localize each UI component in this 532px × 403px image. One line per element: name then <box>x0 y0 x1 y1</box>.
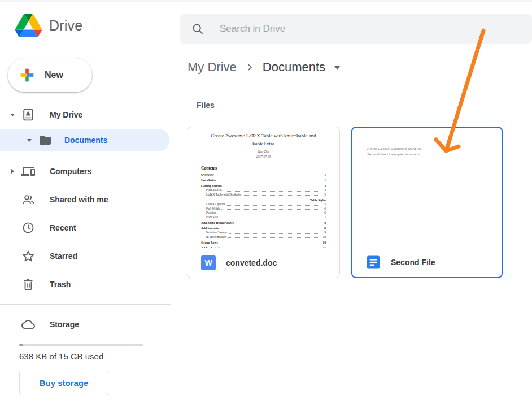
app-header: Drive <box>0 3 532 51</box>
file-card-second-file[interactable]: A new Google Document word file. Second … <box>351 127 503 278</box>
toc-row: LaTeX Options5 <box>201 203 326 206</box>
toc-row: Add Extra Header Rows8 <box>201 222 326 225</box>
storage-progress-bar <box>19 344 143 346</box>
toc-row: Font Size7 <box>201 216 326 219</box>
preview-contents-heading: Contents <box>201 166 339 171</box>
sidebar-item-documents[interactable]: Documents <box>0 129 169 151</box>
storage-progress-fill <box>19 344 23 346</box>
search-bar[interactable] <box>180 14 532 44</box>
toc-row: Installation1 <box>201 179 326 183</box>
sidebar-item-label: Documents <box>64 136 107 145</box>
toc-row: Plain LaTeX3 <box>201 189 326 192</box>
sidebar-item-shared-with-me[interactable]: Shared with me <box>0 188 171 211</box>
chevron-right-icon[interactable] <box>8 169 17 174</box>
plus-icon <box>18 66 37 85</box>
dropdown-caret-icon[interactable] <box>334 66 340 70</box>
content-divider <box>182 83 532 83</box>
file-name: conveted.doc <box>226 258 277 267</box>
toc-row: Getting Started3 <box>201 185 326 188</box>
breadcrumb-documents[interactable]: Documents <box>263 60 325 75</box>
sidebar-item-storage[interactable]: Storage <box>0 313 171 336</box>
storage-usage-text: 638 KB of 15 GB used <box>19 352 103 361</box>
preview-doc-title: Create Awesome LaTeX Table with knitr::k… <box>187 132 339 148</box>
sidebar-divider <box>0 304 171 305</box>
toc: Overview1Installation1Getting Started3Pl… <box>201 174 326 249</box>
toc-row: Overview1 <box>201 174 326 177</box>
star-icon <box>21 249 35 263</box>
word-file-icon: W <box>201 255 216 270</box>
breadcrumb: My Drive Documents <box>187 51 340 83</box>
sidebar-item-label: Storage <box>50 320 79 329</box>
file-preview: Create Awesome LaTeX Table with knitr::k… <box>187 127 339 248</box>
clock-icon <box>21 221 35 235</box>
chevron-down-icon[interactable] <box>8 114 17 116</box>
app-title: Drive <box>49 18 82 34</box>
chevron-right-icon <box>245 62 255 72</box>
toc-row: In-table markers10 <box>201 236 326 239</box>
search-icon[interactable] <box>191 23 204 36</box>
new-button-label: New <box>45 70 63 80</box>
devices-icon <box>21 164 35 178</box>
preview-doc-author: Hao Zhu <box>187 150 339 153</box>
toc-row: Group Rows10 <box>201 241 326 245</box>
sidebar-item-trash[interactable]: Trash <box>0 273 171 296</box>
chevron-down-icon[interactable] <box>25 139 34 142</box>
sidebar-item-label: Starred <box>50 252 77 261</box>
breadcrumb-my-drive[interactable]: My Drive <box>187 60 237 75</box>
sidebar-item-recent[interactable]: Recent <box>0 216 171 239</box>
sidebar-item-my-drive[interactable]: My Drive <box>0 103 171 126</box>
file-card-footer: Second File <box>352 248 502 277</box>
trash-icon <box>21 278 35 291</box>
sidebar: New My Drive Documents Com <box>0 51 171 403</box>
people-icon <box>21 193 35 206</box>
browser-edge-strip <box>0 0 532 2</box>
folder-icon <box>38 133 52 147</box>
google-docs-icon <box>366 255 381 270</box>
sidebar-item-label: Recent <box>50 223 76 232</box>
sidebar-item-starred[interactable]: Starred <box>0 245 171 267</box>
preview-text-lines: A new Google Document word file. Second … <box>367 146 422 158</box>
toc-row: Full Width6 <box>201 207 326 211</box>
file-name: Second File <box>391 258 435 267</box>
sidebar-item-label: Trash <box>50 280 71 289</box>
toc-row: Position6 <box>201 211 326 215</box>
drive-logo[interactable]: Drive <box>15 14 82 37</box>
sidebar-item-computers[interactable]: Computers <box>0 160 171 183</box>
toc-row: Notation System9 <box>201 231 326 235</box>
file-card-conveted-doc[interactable]: Create Awesome LaTeX Table with knitr::k… <box>187 127 340 278</box>
cloud-icon <box>21 318 35 331</box>
sidebar-item-label: Shared with me <box>50 195 108 204</box>
file-preview: A new Google Document word file. Second … <box>352 128 502 248</box>
toc-row: Table Styles <box>201 199 326 202</box>
toc-row: Add footnote8 <box>201 227 326 231</box>
drive-logo-icon <box>15 14 42 37</box>
sidebar-item-label: My Drive <box>50 110 82 119</box>
toc-row: LaTeX Table with Booktabs5 <box>201 193 326 197</box>
buy-storage-button[interactable]: Buy storage <box>19 371 108 395</box>
preview-doc-date: 2017-07-03 <box>187 155 339 158</box>
search-input[interactable] <box>220 23 532 34</box>
my-drive-icon <box>21 108 35 122</box>
sidebar-item-label: Computers <box>50 167 91 176</box>
file-card-footer: W conveted.doc <box>187 248 339 278</box>
files-section-label: Files <box>197 101 215 110</box>
new-button[interactable]: New <box>8 58 92 92</box>
